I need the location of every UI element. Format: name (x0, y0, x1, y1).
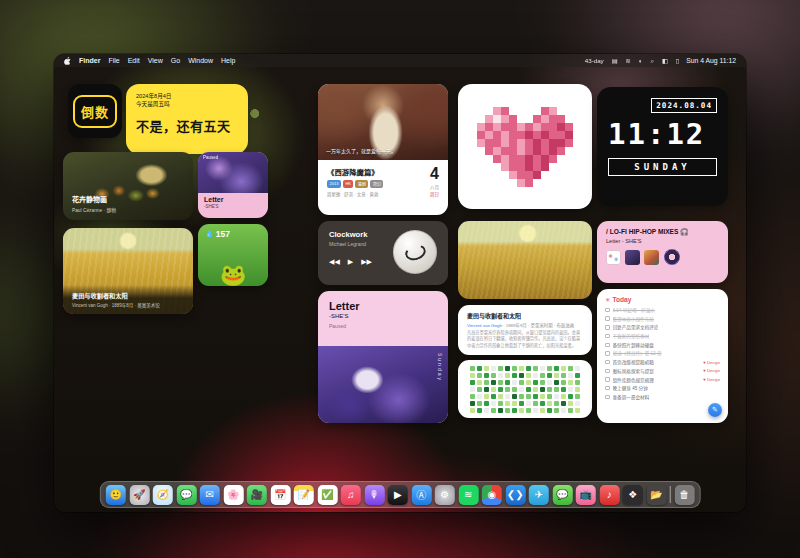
todo-item[interactable]: 整理本周小组件布局 (605, 316, 720, 322)
dock-app-icon[interactable]: ❖ (623, 485, 643, 505)
vangogh-painting-widget[interactable] (458, 221, 592, 299)
checkbox[interactable] (605, 308, 610, 313)
status-icon[interactable]: ≋ (626, 57, 631, 64)
dock-app-icon[interactable] (670, 486, 671, 503)
status-icons: 43-day▤≋◐⌕◧▯ (585, 57, 679, 65)
checkbox[interactable] (605, 316, 610, 321)
dock-app-icon[interactable]: ◉ (482, 485, 502, 505)
countdown-widget[interactable]: 2024年8月4日 今天是周五吗 不是，还有五天 (126, 84, 248, 154)
checkbox[interactable] (605, 395, 610, 400)
todo-widget[interactable]: ✳ Today 8.04 早起喝一杯温水 整理本周小组件布局 回复 (597, 289, 728, 423)
countdown-answer: 不是，还有五天 (136, 116, 238, 135)
todo-item[interactable]: 图标风格探索与提案 ♥ Design (605, 368, 720, 374)
dock-app-icon[interactable]: 🎥 (247, 485, 267, 505)
pixel-clock-widget[interactable]: 2024.08.04 11:12 SUNDAY (597, 87, 728, 206)
apple-menu-icon[interactable] (64, 57, 71, 65)
todo-title: Today (613, 296, 632, 303)
playlist-track: Letter - SHE'S (606, 238, 719, 244)
countdown-app-icon[interactable]: 倒数 (68, 84, 122, 138)
next-button[interactable]: ▶▶ (361, 258, 372, 266)
menu-item[interactable]: File (108, 57, 119, 64)
todo-item[interactable]: 备份照片到移动硬盘 (605, 342, 720, 348)
dock-app-icon[interactable]: ✉ (200, 485, 220, 505)
todo-item[interactable]: 下载新的壁纸素材 (605, 333, 720, 339)
pixel-heart-widget[interactable] (458, 84, 592, 209)
dock-app-icon[interactable]: 📅 (270, 485, 290, 505)
previous-button[interactable]: ◀◀ (329, 258, 340, 266)
status-icon[interactable]: ▤ (612, 57, 618, 64)
dock-app-icon[interactable]: 🧭 (153, 485, 173, 505)
todo-item[interactable]: 回复产品需求文档评论 (605, 324, 720, 330)
checkbox[interactable] (605, 360, 610, 365)
mac-screen: Finder FileEditViewGoWindowHelp 43-day▤≋… (54, 54, 746, 512)
todo-item[interactable]: 首页改版视觉稿初稿 ♥ Design (605, 359, 720, 365)
vangogh-small-widget[interactable]: 麦田与收割者和太阳 Vincent van Gogh · 1889年8月 · 奥… (63, 228, 193, 314)
dock-app-icon[interactable]: 📺 (576, 485, 596, 505)
checkbox[interactable] (605, 334, 610, 339)
dock: 🙂 🚀 🧭 💬 ✉ 🌸 🎥 📅 📝 ✅ ♫ 🎙 (100, 481, 701, 508)
dock-app-icon[interactable]: ▶ (388, 485, 408, 505)
dock-app-icon[interactable]: ❮❯ (505, 485, 525, 505)
water-tracker-widget[interactable]: 💧 157 🐸 (198, 224, 268, 286)
checkbox[interactable] (605, 325, 610, 330)
artist-link[interactable]: Vincent van Gogh (467, 323, 502, 328)
status-icon[interactable]: ◐ (639, 57, 643, 64)
album-thumbnail[interactable] (625, 250, 640, 265)
checkbox[interactable] (605, 351, 610, 356)
music-widget-small[interactable]: Paused Letter -SHE'S (198, 152, 268, 218)
movie-tag: HK (343, 180, 354, 188)
dock-app-icon[interactable]: 🗑 (674, 485, 694, 505)
checkbox[interactable] (605, 377, 610, 382)
menu-bar-clock[interactable]: Sun 4 Aug 11:12 (686, 57, 736, 64)
checkbox[interactable] (605, 369, 610, 374)
album-thumbnail[interactable] (606, 250, 621, 265)
todo-text: 整理本周小组件布局 (613, 316, 654, 322)
music-player-widget[interactable]: Clockwork Michael Legrand ◀◀ ▶ ▶▶ (318, 221, 448, 285)
dock-app-icon[interactable]: 🌸 (223, 485, 243, 505)
cezanne-art-widget[interactable]: 花卉静物画 Paul Cézanne · 静物 (63, 152, 193, 220)
dock-app-icon[interactable]: 💬 (176, 485, 196, 505)
dock-app-icon[interactable]: ♫ (341, 485, 361, 505)
dock-app-icon[interactable]: Ⓐ (411, 485, 431, 505)
lofi-playlist-widget[interactable]: / LO-FI HIP-HOP MIXES 🎧 Letter - SHE'S (597, 221, 728, 283)
artwork-info-widget[interactable]: 麦田与收割者和太阳 Vincent van Gogh · 1889年9月 · 圣… (458, 305, 592, 355)
status-icon[interactable]: ⌕ (651, 57, 654, 65)
menu-item[interactable]: Window (188, 57, 213, 64)
dock-app-icon[interactable]: 🙂 (106, 485, 126, 505)
frog-character: 🐸 (220, 264, 246, 285)
dock-app-icon[interactable]: 🎙 (364, 485, 384, 505)
menu-item[interactable]: Go (171, 57, 180, 64)
todo-item[interactable]: 组件库颜色规范梳理 ♥ Design (605, 377, 720, 383)
dock-app-icon[interactable]: ✈ (529, 485, 549, 505)
active-app-name[interactable]: Finder (79, 57, 100, 64)
todo-item[interactable]: 阅读《梵高传》第 12 章 (605, 350, 720, 356)
track-artist: Michael Legrand (329, 241, 372, 247)
dock-app-icon[interactable]: ≋ (458, 485, 478, 505)
todo-item[interactable]: 晚上健身 45 分钟 (605, 385, 720, 391)
menu-item[interactable]: Edit (128, 57, 140, 64)
play-button[interactable]: ▶ (348, 258, 353, 266)
dock-app-icon[interactable]: 🚀 (129, 485, 149, 505)
todo-item[interactable]: 8.04 早起喝一杯温水 (605, 307, 720, 313)
menu-item[interactable]: View (148, 57, 163, 64)
dock-app-icon[interactable]: ♪ (599, 485, 619, 505)
dock-app-icon[interactable]: 💬 (552, 485, 572, 505)
status-icon[interactable]: ▯ (676, 57, 679, 64)
todo-tag: ♥ Design (700, 360, 720, 365)
menu-item[interactable]: Help (221, 57, 235, 64)
dock-app-icon[interactable]: ✅ (317, 485, 337, 505)
dock-app-icon[interactable]: 📂 (646, 485, 666, 505)
checkbox[interactable] (605, 343, 610, 348)
dock-app-icon[interactable]: ⚙ (435, 485, 455, 505)
movie-calendar-widget[interactable]: 一万年太久了，就是爱每一天。 《西游降魔篇》 2013HK喜剧奇幻 周星驰 · … (318, 84, 448, 215)
todo-item[interactable]: 准备周一晨会材料 (605, 394, 720, 400)
now-playing-widget[interactable]: Letter -SHE'S Paused Sunday (318, 291, 448, 423)
dock-app-icon[interactable]: 📝 (294, 485, 314, 505)
status-icon[interactable]: 43-day (585, 57, 604, 64)
heatmap-row (470, 394, 580, 399)
checkbox[interactable] (605, 386, 610, 391)
add-todo-button[interactable]: ✎ (708, 403, 722, 417)
status-icon[interactable]: ◧ (662, 57, 668, 64)
album-thumbnail[interactable] (644, 250, 659, 265)
activity-heatmap-widget[interactable] (458, 360, 592, 418)
